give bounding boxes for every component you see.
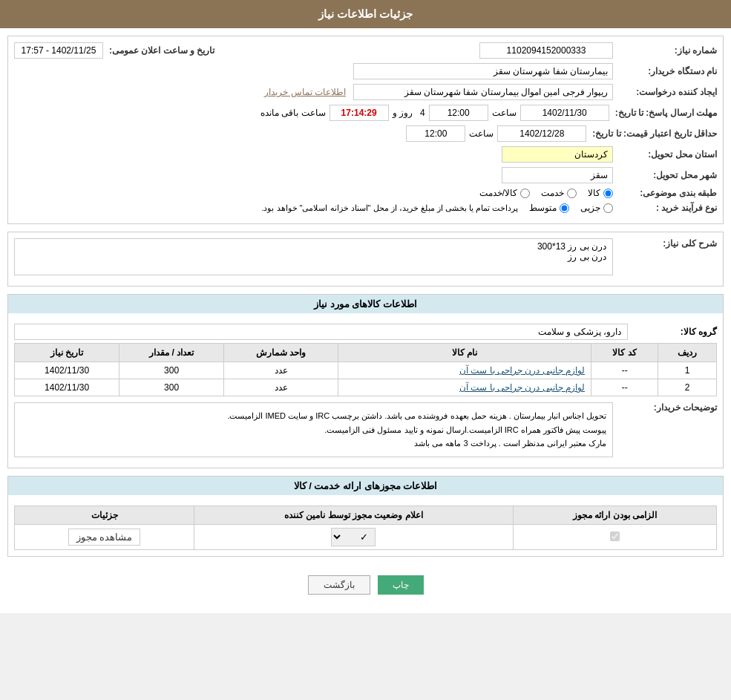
buyer-name-value: بیمارستان شفا شهرستان سقز — [353, 63, 613, 79]
need-desc-value: درن بی رز 13*300 درن بی رز — [14, 238, 613, 275]
send-deadline-label: مهلت ارسال پاسخ: تا تاریخ: — [609, 108, 717, 118]
send-deadline-remaining-suffix: ساعت باقی مانده — [260, 108, 326, 118]
purchase-type-row: نوع فرآیند خرید : جزیی متوسط پرداخت تمام… — [14, 203, 717, 213]
license-table: الزامی بودن ارائه مجوز اعلام وضعیت مجوز … — [14, 506, 717, 550]
need-desc-label: شرح کلی نیاز: — [613, 238, 717, 249]
license-col-details: جزئیات — [15, 506, 194, 525]
license-status-select[interactable]: ✓ ✗ — [331, 528, 376, 546]
table-row: 2 -- لوازم جانبی درن جراحی با ست آن عدد … — [15, 379, 717, 396]
license-body: الزامی بودن ارائه مجوز اعلام وضعیت مجوز … — [8, 500, 723, 556]
delivery-city-label: شهر محل تحویل: — [613, 170, 717, 180]
group-row: گروه کالا: دارو، پزشکی و سلامت — [14, 324, 717, 340]
col-quantity: تعداد / مقدار — [119, 344, 224, 362]
col-code: کد کالا — [591, 344, 658, 362]
license-col-mandatory: الزامی بودن ارائه مجوز — [513, 506, 716, 525]
need-description-body: شرح کلی نیاز: درن بی رز 13*300 درن بی رز — [8, 232, 723, 286]
main-info-body: شماره نیاز: 1102094152000333 تاریخ و ساع… — [8, 36, 723, 223]
license-section-title: اطلاعات مجوزهای ارائه خدمت / کالا — [8, 477, 723, 495]
buyer-name-row: نام دستگاه خریدار: بیمارستان شفا شهرستان… — [14, 63, 717, 79]
price-validity-row: حداقل تاریخ اعتبار قیمت: تا تاریخ: 1402/… — [14, 125, 717, 142]
price-validity-time: 12:00 — [406, 125, 465, 142]
category-kala-khedmat[interactable]: کالا/خدمت — [479, 188, 530, 198]
delivery-province-row: استان محل تحویل: کردستان — [14, 146, 717, 163]
send-deadline-remaining-label: روز و — [393, 108, 413, 118]
col-unit: واحد شمارش — [224, 344, 338, 362]
page-wrapper: جزئیات اطلاعات نیاز شماره نیاز: 11020941… — [0, 0, 731, 613]
license-status-cell: ✓ ✗ — [194, 525, 514, 550]
creator-row: ایجاد کننده درخواست: ریپوار فرجی امین ام… — [14, 84, 717, 100]
purchase-type-jozii[interactable]: جزیی — [580, 203, 613, 213]
buyer-notes-content: تحویل اجناس انبار بیمارستان . هزینه حمل … — [14, 402, 613, 457]
price-validity-date: 1402/12/28 — [497, 125, 586, 142]
cell-name[interactable]: لوازم جانبی درن جراحی با ست آن — [338, 379, 591, 396]
col-row: ردیف — [658, 344, 717, 362]
cell-row: 2 — [658, 379, 717, 396]
goods-section-title: اطلاعات کالاهای مورد نیاز — [8, 295, 723, 313]
col-date: تاریخ نیاز — [15, 344, 119, 362]
cell-quantity: 300 — [119, 379, 224, 396]
announce-date-label: تاریخ و ساعت اعلان عمومی: — [103, 45, 214, 56]
buyer-notes-label: توضیحات خریدار: — [613, 402, 717, 413]
delivery-province-value: کردستان — [502, 146, 613, 163]
send-deadline-time-label: ساعت — [492, 108, 517, 118]
cell-code: -- — [591, 379, 658, 396]
license-mandatory-checkbox — [610, 531, 620, 541]
need-desc-line1: درن بی رز 13*300 — [21, 241, 606, 252]
print-button[interactable]: چاپ — [378, 575, 424, 595]
table-row: 1 -- لوازم جانبی درن جراحی با ست آن عدد … — [15, 362, 717, 379]
purchase-type-label: نوع فرآیند خرید : — [613, 203, 717, 213]
cell-unit: عدد — [224, 362, 338, 379]
need-number-label: شماره نیاز: — [613, 45, 717, 56]
purchase-type-motavaset[interactable]: متوسط — [529, 203, 569, 213]
category-khedmat[interactable]: خدمت — [541, 188, 577, 198]
license-section: اطلاعات مجوزهای ارائه خدمت / کالا الزامی… — [7, 476, 724, 557]
send-deadline-days: 4 — [420, 108, 425, 118]
category-kala[interactable]: کالا — [588, 188, 613, 198]
license-mandatory-cell — [513, 525, 716, 550]
delivery-city-value: سقز — [502, 167, 613, 183]
need-number-row: شماره نیاز: 1102094152000333 تاریخ و ساع… — [14, 42, 717, 59]
delivery-province-label: استان محل تحویل: — [613, 149, 717, 160]
main-info-section: شماره نیاز: 1102094152000333 تاریخ و ساع… — [7, 36, 724, 224]
buyer-name-label: نام دستگاه خریدار: — [613, 66, 717, 76]
goods-info-body: گروه کالا: دارو، پزشکی و سلامت ردیف کد ک… — [8, 318, 723, 468]
send-deadline-remaining-time: 17:14:29 — [330, 105, 389, 121]
buyer-notes-text: تحویل اجناس انبار بیمارستان . هزینه حمل … — [14, 402, 613, 457]
category-row: طبقه بندی موضوعی: کالا خدمت کالا/خدمت — [14, 188, 717, 198]
cell-row: 1 — [658, 362, 717, 379]
cell-name[interactable]: لوازم جانبی درن جراحی با ست آن — [338, 362, 591, 379]
send-deadline-row: مهلت ارسال پاسخ: تا تاریخ: 1402/11/30 سا… — [14, 105, 717, 121]
creator-label: ایجاد کننده درخواست: — [613, 87, 717, 97]
col-name: نام کالا — [338, 344, 591, 362]
view-license-button[interactable]: مشاهده مجوز — [68, 529, 141, 546]
need-desc-box: درن بی رز 13*300 درن بی رز — [14, 238, 613, 275]
category-label: طبقه بندی موضوعی: — [613, 188, 717, 198]
buyer-notes-row: توضیحات خریدار: تحویل اجناس انبار بیمارس… — [14, 402, 717, 457]
license-col-status: اعلام وضعیت مجوز توسط نامین کننده — [194, 506, 514, 525]
purchase-type-options: جزیی متوسط — [529, 203, 613, 213]
page-title: جزئیات اطلاعات نیاز — [0, 0, 731, 28]
price-validity-time-label: ساعت — [469, 128, 494, 139]
group-value: دارو، پزشکی و سلامت — [14, 324, 628, 340]
purchase-note: پرداخت تمام یا بخشی از مبلغ خرید، از محل… — [261, 203, 518, 213]
cell-unit: عدد — [224, 379, 338, 396]
goods-table: ردیف کد کالا نام کالا واحد شمارش تعداد /… — [14, 343, 717, 396]
cell-code: -- — [591, 362, 658, 379]
cell-quantity: 300 — [119, 362, 224, 379]
goods-info-section: اطلاعات کالاهای مورد نیاز گروه کالا: دار… — [7, 294, 724, 468]
price-validity-label: حداقل تاریخ اعتبار قیمت: تا تاریخ: — [586, 128, 717, 139]
back-button[interactable]: بازگشت — [308, 575, 370, 595]
send-deadline-date: 1402/11/30 — [520, 105, 609, 121]
need-number-value: 1102094152000333 — [479, 42, 613, 59]
license-row: ✓ ✗ مشاهده مجوز — [15, 525, 717, 550]
announce-date-value: 1402/11/25 - 17:57 — [14, 42, 103, 59]
delivery-city-row: شهر محل تحویل: سقز — [14, 167, 717, 183]
creator-value: ریپوار فرجی امین اموال بیمارستان شفا شهر… — [353, 84, 613, 100]
send-deadline-time: 12:00 — [429, 105, 488, 121]
cell-date: 1402/11/30 — [15, 362, 119, 379]
need-desc-line2: درن بی رز — [21, 252, 606, 262]
contact-link[interactable]: اطلاعات تماس خریدار — [264, 87, 346, 97]
group-label: گروه کالا: — [628, 327, 717, 337]
bottom-buttons: چاپ بازگشت — [7, 564, 724, 606]
category-options: کالا خدمت کالا/خدمت — [479, 188, 613, 198]
